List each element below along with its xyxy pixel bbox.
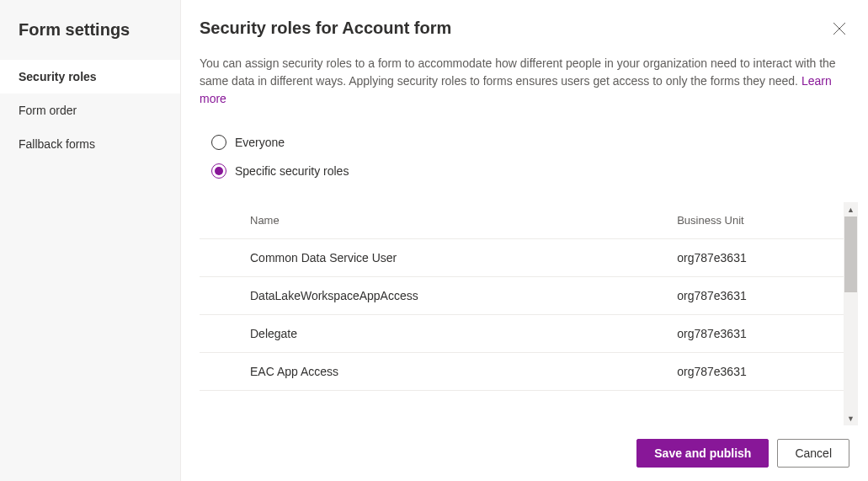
main-panel: Security roles for Account form You can …	[181, 0, 868, 481]
roles-table: Name Business Unit Common Data Service U…	[200, 202, 844, 391]
radio-label: Specific security roles	[235, 164, 349, 178]
description-text: You can assign security roles to a form …	[200, 56, 836, 88]
roles-table-scroll[interactable]: Name Business Unit Common Data Service U…	[200, 202, 844, 425]
radio-icon	[211, 163, 226, 179]
sidebar-item-label: Form order	[19, 104, 77, 117]
scroll-up-icon[interactable]: ▲	[844, 202, 858, 216]
close-button[interactable]	[829, 19, 849, 41]
table-row[interactable]: DataLakeWorkspaceAppAccess org787e3631	[200, 277, 844, 315]
cell-name: Delegate	[200, 315, 670, 353]
radio-group: Everyone Specific security roles	[181, 108, 868, 192]
roles-table-container: Name Business Unit Common Data Service U…	[200, 202, 858, 425]
column-header-name[interactable]: Name	[200, 202, 670, 239]
sidebar-item-security-roles[interactable]: Security roles	[0, 60, 180, 94]
sidebar-title: Form settings	[0, 0, 180, 60]
cell-name: EAC App Access	[200, 353, 670, 391]
table-row[interactable]: EAC App Access org787e3631	[200, 353, 844, 391]
cancel-button[interactable]: Cancel	[777, 439, 849, 468]
table-header-row: Name Business Unit	[200, 202, 844, 239]
page-title: Security roles for Account form	[200, 19, 451, 38]
sidebar-item-fallback-forms[interactable]: Fallback forms	[0, 127, 180, 161]
column-header-business-unit[interactable]: Business Unit	[670, 202, 844, 239]
table-row[interactable]: Common Data Service User org787e3631	[200, 239, 844, 277]
sidebar-item-label: Security roles	[19, 70, 97, 83]
cell-business-unit: org787e3631	[670, 277, 844, 315]
radio-label: Everyone	[235, 136, 285, 149]
scroll-down-icon[interactable]: ▼	[844, 411, 858, 425]
radio-icon	[211, 135, 226, 150]
sidebar-item-label: Fallback forms	[19, 137, 95, 151]
main-header: Security roles for Account form	[181, 0, 868, 41]
cell-business-unit: org787e3631	[670, 239, 844, 277]
description: You can assign security roles to a form …	[181, 41, 868, 108]
radio-dot-icon	[215, 167, 223, 175]
cell-name: Common Data Service User	[200, 239, 670, 277]
cell-business-unit: org787e3631	[670, 353, 844, 391]
scrollbar-thumb[interactable]	[844, 216, 857, 292]
footer: Save and publish Cancel	[181, 425, 868, 481]
radio-everyone[interactable]: Everyone	[211, 128, 849, 157]
sidebar-item-form-order[interactable]: Form order	[0, 94, 180, 127]
sidebar: Form settings Security roles Form order …	[0, 0, 181, 481]
close-icon	[833, 22, 846, 35]
cell-business-unit: org787e3631	[670, 315, 844, 353]
scrollbar[interactable]: ▲ ▼	[844, 202, 858, 425]
cell-name: DataLakeWorkspaceAppAccess	[200, 277, 670, 315]
table-row[interactable]: Delegate org787e3631	[200, 315, 844, 353]
radio-specific-security-roles[interactable]: Specific security roles	[211, 157, 849, 185]
save-and-publish-button[interactable]: Save and publish	[636, 439, 769, 468]
